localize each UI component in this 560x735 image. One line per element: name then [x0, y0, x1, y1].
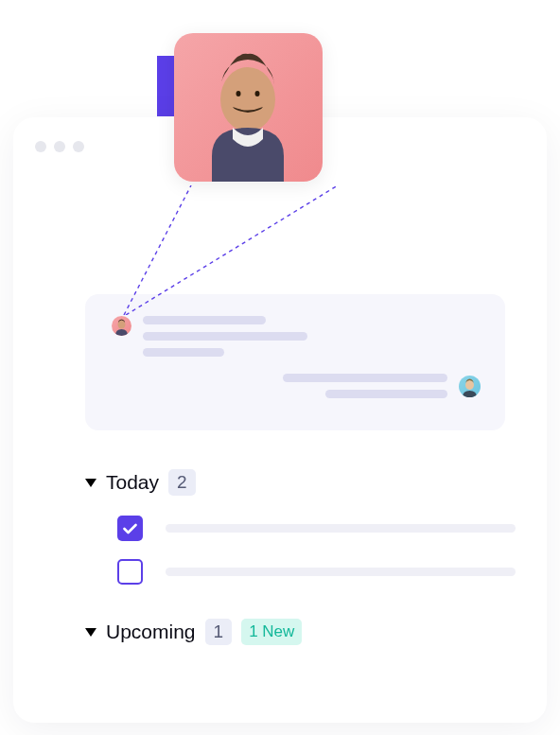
- section-header-today[interactable]: Today 2: [85, 469, 196, 496]
- svg-point-1: [236, 91, 241, 96]
- svg-point-6: [465, 380, 474, 390]
- avatar-recipient: [459, 376, 481, 397]
- chat-preview-panel: [85, 294, 505, 430]
- section-upcoming: Upcoming 1 1 New: [85, 619, 302, 645]
- traffic-light-maximize[interactable]: [73, 141, 84, 152]
- checkbox-checked[interactable]: [117, 516, 143, 541]
- message-content-placeholder: [143, 316, 307, 357]
- section-title: Upcoming: [106, 621, 196, 643]
- chevron-down-icon: [85, 479, 96, 487]
- skeleton-line: [325, 390, 447, 398]
- message-outgoing: [283, 374, 481, 398]
- message-incoming: [112, 316, 307, 357]
- skeleton-line: [143, 316, 266, 324]
- app-window: Today 2 Upcoming 1 1 New: [13, 117, 547, 723]
- check-icon: [123, 523, 137, 534]
- section-today: Today 2: [85, 469, 196, 496]
- section-header-upcoming[interactable]: Upcoming 1 1 New: [85, 619, 302, 645]
- avatar-sender: [112, 316, 131, 336]
- new-badge: 1 New: [241, 619, 302, 645]
- task-content-placeholder: [166, 568, 516, 576]
- svg-point-2: [255, 91, 260, 96]
- window-controls: [35, 141, 84, 152]
- traffic-light-minimize[interactable]: [54, 141, 65, 152]
- count-badge: 2: [168, 469, 196, 496]
- skeleton-line: [143, 332, 307, 341]
- skeleton-line: [283, 374, 447, 382]
- svg-point-0: [220, 67, 275, 131]
- avatar-image: [174, 33, 323, 182]
- section-title: Today: [106, 471, 159, 494]
- task-row[interactable]: [117, 559, 516, 585]
- traffic-light-close[interactable]: [35, 141, 46, 152]
- svg-point-5: [118, 321, 126, 329]
- skeleton-line: [143, 348, 224, 357]
- chevron-down-icon: [85, 628, 96, 637]
- task-row[interactable]: [117, 516, 516, 541]
- decorative-accent: [157, 56, 176, 116]
- task-content-placeholder: [166, 524, 516, 533]
- message-content-placeholder: [283, 374, 447, 398]
- checkbox-unchecked[interactable]: [117, 559, 143, 585]
- count-badge: 1: [205, 619, 233, 645]
- avatar-preview-card: [174, 33, 323, 182]
